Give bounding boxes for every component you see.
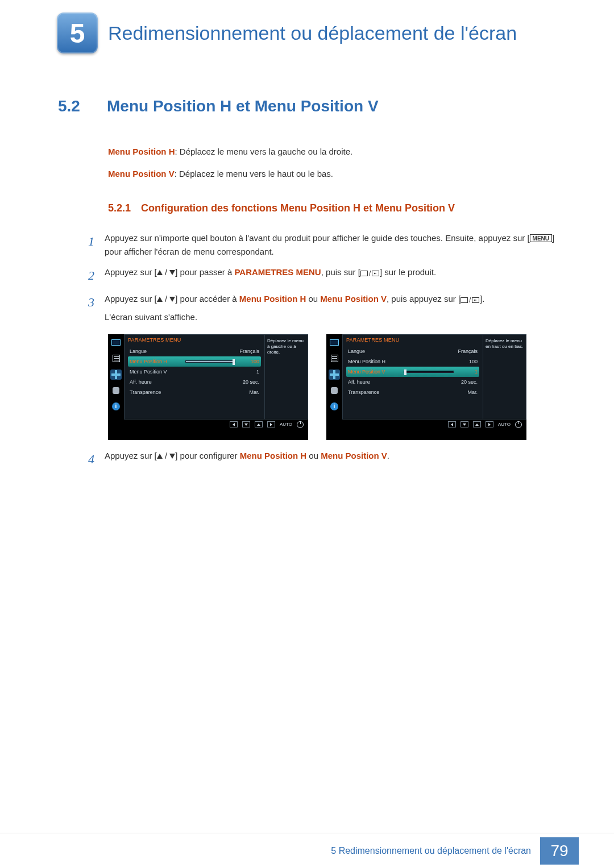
ref-parametres-menu: PARAMETRES MENU — [234, 267, 321, 277]
svg-text:/: / — [469, 296, 471, 304]
osd-tooltip: Déplacez le menu en haut ou en bas. — [483, 335, 526, 419]
ref-menu-position-v: Menu Position V — [320, 294, 387, 304]
setup-tab-icon — [110, 385, 122, 396]
info-tab-icon: i — [110, 401, 122, 412]
arrow-up-icon — [157, 270, 163, 275]
power-icon — [515, 421, 522, 428]
section-number: 5.2 — [58, 97, 92, 115]
select-enter-icon: / — [360, 269, 380, 277]
step-4: 4 Appuyez sur [ / ] pour configurer Menu… — [81, 449, 557, 469]
osd-row-menu-position-v: Menu Position V 1 — [346, 367, 479, 377]
page-number: 79 — [540, 837, 579, 865]
slider-menu-position-h — [185, 360, 235, 363]
list-tab-icon — [110, 354, 122, 364]
osd-footer: AUTO — [124, 420, 308, 430]
osd-footer: AUTO — [342, 420, 526, 430]
arrow-down-icon — [169, 454, 175, 459]
osd-row-transparence: Transparence Mar. — [346, 387, 479, 397]
chapter-header: 5 Redimensionnement ou déplacement de l'… — [0, 0, 614, 59]
nav-right-icon — [267, 421, 275, 427]
nav-down-icon — [460, 421, 468, 427]
osd-title: PARAMETRES MENU — [346, 337, 479, 343]
step-2: 2 Appuyez sur [ / ] pour passer à PARAME… — [81, 265, 557, 285]
osd-sidebar: i — [108, 334, 124, 430]
section-heading: 5.2 Menu Position H et Menu Position V — [58, 97, 557, 115]
definition-menu-position-h: Menu Position H: Déplacez le menu vers l… — [108, 145, 557, 158]
slider-menu-position-v — [404, 371, 454, 373]
subsection-number: 5.2.1 — [108, 202, 131, 214]
power-icon — [297, 421, 304, 428]
nav-right-icon — [486, 421, 493, 427]
steps-list: 1 Appuyez sur n'importe quel bouton à l'… — [81, 231, 557, 324]
nav-left-icon — [230, 421, 238, 427]
step-number: 1 — [81, 231, 94, 259]
list-tab-icon — [329, 354, 340, 364]
auto-label: AUTO — [498, 422, 511, 427]
chapter-title: Redimensionnement ou déplacement de l'éc… — [108, 22, 517, 44]
section-title: Menu Position H et Menu Position V — [107, 97, 379, 115]
arrow-down-icon — [169, 270, 175, 275]
osd-title: PARAMETRES MENU — [128, 337, 261, 343]
nav-left-icon — [448, 421, 456, 427]
osd-menu-position-v: i PARAMETRES MENU Langue Français Menu P… — [326, 334, 526, 440]
osd-row-menu-position-h: Menu Position H 100 — [128, 356, 261, 367]
osd-sidebar: i — [326, 334, 342, 430]
subsection-heading: 5.2.1Configuration des fonctions Menu Po… — [108, 202, 557, 214]
arrow-up-icon — [157, 454, 163, 459]
step-number: 3 — [81, 292, 94, 324]
osd-screenshots: i PARAMETRES MENU Langue Français Menu P… — [108, 334, 557, 440]
arrow-up-icon — [157, 297, 163, 302]
step-3: 3 Appuyez sur [ / ] pour accéder à Menu … — [81, 292, 557, 324]
select-enter-icon: / — [460, 296, 480, 304]
chapter-number-badge: 5 — [57, 13, 98, 53]
arrow-down-icon — [169, 297, 175, 302]
svg-rect-3 — [461, 297, 468, 302]
auto-label: AUTO — [280, 422, 292, 427]
position-tab-icon — [329, 369, 340, 380]
osd-row-aff-heure: Aff. heure 20 sec. — [346, 377, 479, 387]
definition-menu-position-v: Menu Position V: Déplacez le menu vers l… — [108, 167, 557, 180]
position-tab-icon — [110, 369, 122, 380]
osd-row-transparence: Transparence Mar. — [128, 387, 261, 397]
page-footer: 5 Redimensionnement ou déplacement de l'… — [0, 833, 614, 868]
osd-menu-position-h: i PARAMETRES MENU Langue Français Menu P… — [108, 334, 308, 440]
osd-row-langue: Langue Français — [346, 346, 479, 356]
nav-down-icon — [242, 421, 250, 427]
osd-row-langue: Langue Français — [128, 346, 261, 356]
term-menu-position-v: Menu Position V — [108, 169, 175, 178]
osd-row-menu-position-h: Menu Position H 100 — [346, 356, 479, 367]
picture-tab-icon — [329, 338, 340, 348]
osd-row-menu-position-v: Menu Position V 1 — [128, 367, 261, 377]
term-menu-position-h: Menu Position H — [108, 147, 175, 156]
info-tab-icon: i — [329, 401, 340, 412]
svg-text:/: / — [369, 269, 371, 277]
osd-tooltip: Déplacez le menu à gauche ou à droite. — [264, 335, 308, 419]
subsection-title: Configuration des fonctions Menu Positio… — [141, 202, 455, 214]
step-number: 4 — [81, 449, 94, 469]
step-1: 1 Appuyez sur n'importe quel bouton à l'… — [81, 231, 557, 259]
picture-tab-icon — [110, 338, 122, 348]
osd-row-aff-heure: Aff. heure 20 sec. — [128, 377, 261, 387]
svg-rect-0 — [360, 271, 367, 276]
nav-up-icon — [255, 421, 263, 427]
menu-button-label: MENU — [530, 234, 552, 242]
ref-menu-position-v: Menu Position V — [321, 451, 387, 460]
ref-menu-position-h: Menu Position H — [240, 451, 307, 460]
nav-up-icon — [473, 421, 481, 427]
footer-chapter-title: 5 Redimensionnement ou déplacement de l'… — [331, 846, 531, 856]
ref-menu-position-h: Menu Position H — [239, 294, 306, 304]
setup-tab-icon — [329, 385, 340, 396]
step-number: 2 — [81, 265, 94, 285]
screen-follows-label: L'écran suivant s'affiche. — [105, 312, 197, 322]
